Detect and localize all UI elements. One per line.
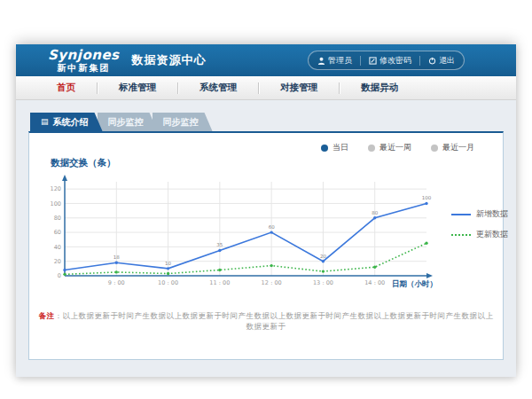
logo-text-en: Synjones: [48, 49, 120, 62]
tab-system-intro[interactable]: ▤ 系统介绍: [30, 113, 103, 131]
change-password-button[interactable]: 修改密码: [369, 55, 411, 66]
tab-label: 同步监控: [163, 113, 199, 131]
svg-text:0: 0: [58, 272, 61, 279]
user-icon: [317, 57, 325, 65]
svg-text:100: 100: [422, 195, 432, 200]
radio-dot-icon: [321, 145, 328, 152]
svg-text:18: 18: [113, 254, 120, 260]
logout-label: 退出: [439, 55, 455, 66]
svg-text:日期（小时）: 日期（小时）: [392, 279, 437, 288]
svg-text:11：00: 11：00: [209, 279, 230, 286]
change-password-label: 修改密码: [379, 55, 411, 66]
radio-label: 当日: [332, 142, 348, 153]
svg-text:20: 20: [54, 258, 61, 265]
chart-row: 9：0010：0011：0012：0013：0014：0002040608010…: [38, 171, 494, 295]
app-header: Synjones 新中新集团 数据资源中心 管理员 修改密码 退出: [16, 44, 516, 76]
nav-item-standard-mgmt[interactable]: 标准管理: [98, 82, 177, 94]
logout-button[interactable]: 退出: [428, 55, 455, 66]
chart-panel: 当日 最近一周 最近一月 数据交换（条） 9：0010：0011：0012：00…: [28, 131, 504, 360]
svg-text:13：00: 13：00: [313, 279, 333, 286]
radio-label: 最近一周: [379, 142, 411, 153]
legend-item-new-data: 新增数据: [451, 208, 508, 220]
svg-text:20: 20: [320, 254, 326, 259]
nav-item-home[interactable]: 首页: [35, 82, 97, 94]
content-area: ▤ 系统介绍 同步监控 同步监控 当日 最近一周: [16, 100, 516, 360]
logo-text-cn: 新中新集团: [48, 64, 120, 73]
svg-text:60: 60: [54, 229, 61, 236]
radio-last-month[interactable]: 最近一月: [431, 142, 474, 153]
edit-icon: [369, 57, 377, 65]
tab-sync-monitor-2[interactable]: 同步监控: [153, 113, 213, 131]
svg-text:14：00: 14：00: [364, 279, 385, 286]
svg-text:9：00: 9：00: [108, 279, 125, 286]
svg-text:60: 60: [269, 224, 275, 230]
line-chart: 9：0010：0011：0012：0013：0014：0002040608010…: [38, 171, 439, 295]
legend-item-updated-data: 更新数据: [451, 229, 508, 240]
nav-item-data-change[interactable]: 数据异动: [340, 82, 419, 94]
blue-line-icon: [451, 214, 471, 215]
current-user-button[interactable]: 管理员: [317, 55, 352, 66]
footer-note: 备注：以上数据更新于时间产生数据以上数据更新于时间产生数据以上数据更新于时间产生…: [38, 311, 494, 332]
document-icon: ▤: [41, 118, 49, 126]
browser-window: Synjones 新中新集团 数据资源中心 管理员 修改密码 退出 首页 标准管…: [16, 44, 516, 377]
tab-sync-monitor-1[interactable]: 同步监控: [98, 113, 158, 131]
chart-y-axis-title: 数据交换（条）: [51, 157, 494, 169]
note-prefix: 备注: [39, 311, 55, 320]
svg-text:40: 40: [54, 244, 61, 251]
chart-legend: 新增数据 更新数据: [451, 208, 508, 295]
radio-dot-icon: [368, 145, 375, 152]
tab-label: 系统介绍: [53, 113, 89, 131]
user-toolbar: 管理员 修改密码 退出: [308, 51, 465, 70]
svg-text:10：00: 10：00: [158, 279, 178, 286]
main-nav: 首页 标准管理 系统管理 对接管理 数据异动: [16, 76, 516, 100]
tab-bar: ▤ 系统介绍 同步监控 同步监控: [30, 113, 504, 131]
tab-label: 同步监控: [108, 113, 144, 131]
svg-text:80: 80: [372, 210, 378, 215]
radio-label: 最近一月: [442, 142, 474, 153]
page: { "header": { "logo_line1": "Synjones", …: [0, 0, 532, 399]
divider: [360, 56, 361, 66]
period-filter-group: 当日 最近一周 最近一月: [38, 142, 474, 153]
divider: [419, 56, 420, 66]
green-dotted-line-icon: [451, 234, 471, 236]
radio-dot-icon: [431, 145, 438, 152]
page-title: 数据资源中心: [132, 52, 207, 68]
svg-text:80: 80: [54, 215, 61, 222]
power-icon: [428, 57, 436, 65]
nav-item-system-mgmt[interactable]: 系统管理: [178, 82, 258, 94]
legend-label: 更新数据: [476, 229, 508, 240]
svg-text:35: 35: [216, 242, 223, 247]
svg-text:120: 120: [51, 185, 61, 192]
radio-last-week[interactable]: 最近一周: [368, 142, 411, 153]
svg-text:12：00: 12：00: [262, 279, 282, 286]
legend-label: 新增数据: [476, 208, 508, 220]
svg-text:10: 10: [165, 261, 171, 266]
svg-text:100: 100: [51, 200, 61, 207]
company-logo: Synjones 新中新集团: [48, 49, 120, 73]
nav-item-interface-mgmt[interactable]: 对接管理: [259, 82, 339, 94]
current-user-label: 管理员: [328, 55, 352, 66]
radio-today[interactable]: 当日: [321, 142, 348, 153]
note-text: ：以上数据更新于时间产生数据以上数据更新于时间产生数据以上数据更新于时间产生数据…: [55, 311, 494, 331]
